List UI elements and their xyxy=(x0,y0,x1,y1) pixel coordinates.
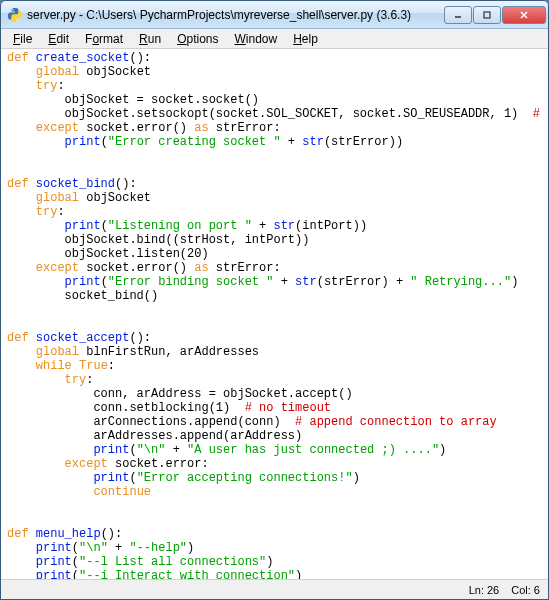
code-line[interactable]: objSocket.listen(20) xyxy=(7,247,542,261)
code-line[interactable]: try: xyxy=(7,373,542,387)
code-line[interactable] xyxy=(7,317,542,331)
code-line[interactable]: conn.setblocking(1) # no timeout xyxy=(7,401,542,415)
code-line[interactable]: except socket.error: xyxy=(7,457,542,471)
code-line[interactable]: try: xyxy=(7,205,542,219)
window-controls xyxy=(444,6,546,24)
status-col: Col: 6 xyxy=(511,584,540,596)
code-line[interactable]: def socket_accept(): xyxy=(7,331,542,345)
code-line[interactable]: print("Error creating socket " + str(str… xyxy=(7,135,542,149)
code-line[interactable]: arAddresses.append(arAddress) xyxy=(7,429,542,443)
code-line[interactable]: objSocket = socket.socket() xyxy=(7,93,542,107)
code-line[interactable] xyxy=(7,149,542,163)
code-line[interactable]: print("Error accepting connections!") xyxy=(7,471,542,485)
status-line: Ln: 26 xyxy=(469,584,500,596)
menu-options[interactable]: Options xyxy=(169,30,226,48)
code-line[interactable]: print("Listening on port " + str(intPort… xyxy=(7,219,542,233)
code-line[interactable] xyxy=(7,499,542,513)
menu-format[interactable]: Format xyxy=(77,30,131,48)
code-line[interactable]: print("Error binding socket " + str(strE… xyxy=(7,275,542,289)
python-icon xyxy=(7,7,23,23)
maximize-button[interactable] xyxy=(473,6,501,24)
code-line[interactable]: while True: xyxy=(7,359,542,373)
menu-run[interactable]: Run xyxy=(131,30,169,48)
code-line[interactable]: print("--l List all connections") xyxy=(7,555,542,569)
menu-window[interactable]: Window xyxy=(227,30,286,48)
code-line[interactable]: global blnFirstRun, arAddresses xyxy=(7,345,542,359)
code-line[interactable]: arConnections.append(conn) # append conn… xyxy=(7,415,542,429)
menu-help[interactable]: Help xyxy=(285,30,326,48)
close-button[interactable] xyxy=(502,6,546,24)
code-line[interactable]: except socket.error() as strError: xyxy=(7,121,542,135)
code-line[interactable] xyxy=(7,163,542,177)
menu-file[interactable]: File xyxy=(5,30,40,48)
code-line[interactable]: except socket.error() as strError: xyxy=(7,261,542,275)
menu-edit[interactable]: Edit xyxy=(40,30,77,48)
code-line[interactable]: print("\n" + "--help") xyxy=(7,541,542,555)
code-line[interactable]: print("\n" + "A user has just connected … xyxy=(7,443,542,457)
code-line[interactable]: objSocket.bind((strHost, intPort)) xyxy=(7,233,542,247)
code-line[interactable]: print("--i Interact with connection") xyxy=(7,569,542,579)
code-line[interactable]: conn, arAddress = objSocket.accept() xyxy=(7,387,542,401)
window: server.py - C:\Users\ PycharmProjects\my… xyxy=(0,0,549,600)
code-line[interactable]: try: xyxy=(7,79,542,93)
code-line[interactable]: socket_bind() xyxy=(7,289,542,303)
code-line[interactable]: def socket_bind(): xyxy=(7,177,542,191)
code-editor[interactable]: def create_socket(): global objSocket tr… xyxy=(1,49,548,579)
menubar: File Edit Format Run Options Window Help xyxy=(1,29,548,49)
code-line[interactable]: global objSocket xyxy=(7,191,542,205)
minimize-button[interactable] xyxy=(444,6,472,24)
svg-point-1 xyxy=(16,19,17,20)
code-line[interactable] xyxy=(7,513,542,527)
code-line[interactable]: def create_socket(): xyxy=(7,51,542,65)
code-line[interactable]: def menu_help(): xyxy=(7,527,542,541)
svg-point-0 xyxy=(12,9,13,10)
code-line[interactable] xyxy=(7,303,542,317)
window-title: server.py - C:\Users\ PycharmProjects\my… xyxy=(27,8,444,22)
code-line[interactable]: objSocket.setsockopt(socket.SOL_SOCKET, … xyxy=(7,107,542,121)
statusbar: Ln: 26 Col: 6 xyxy=(1,579,548,599)
titlebar[interactable]: server.py - C:\Users\ PycharmProjects\my… xyxy=(1,1,548,29)
svg-rect-3 xyxy=(484,12,490,18)
code-line[interactable]: global objSocket xyxy=(7,65,542,79)
code-line[interactable]: continue xyxy=(7,485,542,499)
